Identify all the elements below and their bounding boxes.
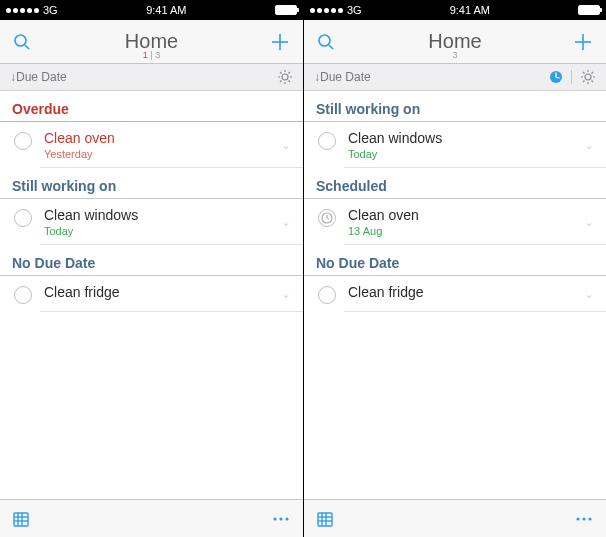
today-filter-button[interactable] xyxy=(580,69,596,85)
status-bar: 3G 9:41 AM xyxy=(0,0,303,20)
svg-point-26 xyxy=(585,74,591,80)
calendar-icon xyxy=(12,510,30,528)
filter-bar: ↓Due Date xyxy=(304,64,606,91)
task-checkbox[interactable] xyxy=(14,209,32,227)
sun-icon xyxy=(580,69,596,85)
task-subtitle: 13 Aug xyxy=(348,225,584,237)
svg-line-32 xyxy=(592,81,594,83)
svg-point-0 xyxy=(15,35,26,46)
task-title: Clean fridge xyxy=(44,284,281,300)
task-title: Clean windows xyxy=(348,130,584,146)
phone-right: 3G 9:41 AM Home 3 ↓Due Date xyxy=(303,0,606,537)
page-subtitle: 1 | 3 xyxy=(0,50,303,60)
task-row[interactable]: Clean windows Today ⌄ xyxy=(304,122,606,168)
task-subtitle: Today xyxy=(44,225,281,237)
task-checkbox[interactable] xyxy=(14,286,32,304)
chevron-down-icon: ⌄ xyxy=(584,215,594,229)
phone-left: 3G 9:41 AM Home 1 | 3 ↓Due Date Overdue xyxy=(0,0,303,537)
svg-line-1 xyxy=(25,45,29,49)
battery-icon xyxy=(578,5,600,15)
task-title: Clean windows xyxy=(44,207,281,223)
section-working: Still working on xyxy=(304,91,606,122)
signal-dots-icon xyxy=(6,8,39,13)
plus-icon xyxy=(269,31,291,53)
svg-point-21 xyxy=(319,35,330,46)
task-row[interactable]: Clean oven Yesterday ⌄ xyxy=(0,122,303,168)
sun-icon xyxy=(277,69,293,85)
add-button[interactable] xyxy=(572,31,594,53)
section-nodate: No Due Date xyxy=(0,245,303,276)
calendar-button[interactable] xyxy=(12,510,30,528)
filter-bar: ↓Due Date xyxy=(0,64,303,91)
svg-line-12 xyxy=(289,72,291,74)
search-icon xyxy=(12,32,32,52)
task-row[interactable]: Clean windows Today ⌄ xyxy=(0,199,303,245)
section-overdue: Overdue xyxy=(0,91,303,122)
task-row[interactable]: Clean fridge ⌄ xyxy=(0,276,303,312)
svg-point-4 xyxy=(282,74,288,80)
status-bar: 3G 9:41 AM xyxy=(304,0,606,20)
nav-bar: Home 3 xyxy=(304,20,606,64)
plus-icon xyxy=(572,31,594,53)
svg-point-43 xyxy=(588,517,591,520)
task-row[interactable]: Clean oven 13 Aug ⌄ xyxy=(304,199,606,245)
section-working: Still working on xyxy=(0,168,303,199)
ellipsis-icon xyxy=(574,515,594,523)
svg-line-34 xyxy=(592,72,594,74)
task-subtitle: Yesterday xyxy=(44,148,281,160)
chevron-down-icon: ⌄ xyxy=(281,215,291,229)
add-button[interactable] xyxy=(269,31,291,53)
task-title: Clean oven xyxy=(348,207,584,223)
toolbar xyxy=(0,499,303,537)
task-list[interactable]: Overdue Clean oven Yesterday ⌄ Still wor… xyxy=(0,91,303,499)
scheduled-filter-button[interactable] xyxy=(549,70,563,84)
more-button[interactable] xyxy=(574,515,594,523)
clock-icon xyxy=(321,212,333,224)
page-subtitle: 3 xyxy=(304,50,606,60)
page-title: Home xyxy=(304,30,606,53)
status-time: 9:41 AM xyxy=(450,4,490,16)
svg-point-42 xyxy=(582,517,585,520)
calendar-button[interactable] xyxy=(316,510,334,528)
nav-bar: Home 1 | 3 xyxy=(0,20,303,64)
task-list[interactable]: Still working on Clean windows Today ⌄ S… xyxy=(304,91,606,499)
svg-line-31 xyxy=(583,72,585,74)
search-button[interactable] xyxy=(316,32,336,52)
task-checkbox[interactable] xyxy=(14,132,32,150)
search-button[interactable] xyxy=(12,32,32,52)
sort-button[interactable]: ↓Due Date xyxy=(10,70,67,84)
divider xyxy=(571,70,572,84)
battery-icon xyxy=(275,5,297,15)
svg-line-22 xyxy=(329,45,333,49)
svg-rect-13 xyxy=(14,513,28,526)
calendar-icon xyxy=(316,510,334,528)
task-row[interactable]: Clean fridge ⌄ xyxy=(304,276,606,312)
task-scheduled-indicator[interactable] xyxy=(318,209,336,227)
carrier-label: 3G xyxy=(347,4,362,16)
svg-line-11 xyxy=(280,81,282,83)
svg-line-9 xyxy=(280,72,282,74)
svg-rect-36 xyxy=(318,513,332,526)
task-checkbox[interactable] xyxy=(318,132,336,150)
carrier-label: 3G xyxy=(43,4,58,16)
ellipsis-icon xyxy=(271,515,291,523)
chevron-down-icon: ⌄ xyxy=(281,287,291,301)
search-icon xyxy=(316,32,336,52)
task-title: Clean fridge xyxy=(348,284,584,300)
svg-point-20 xyxy=(285,517,288,520)
sort-button[interactable]: ↓Due Date xyxy=(314,70,371,84)
toolbar xyxy=(304,499,606,537)
page-title: Home xyxy=(0,30,303,53)
svg-point-18 xyxy=(273,517,276,520)
signal-dots-icon xyxy=(310,8,343,13)
task-subtitle: Today xyxy=(348,148,584,160)
task-checkbox[interactable] xyxy=(318,286,336,304)
chevron-down-icon: ⌄ xyxy=(584,287,594,301)
svg-line-33 xyxy=(583,81,585,83)
status-time: 9:41 AM xyxy=(146,4,186,16)
clock-icon xyxy=(549,70,563,84)
chevron-down-icon: ⌄ xyxy=(281,138,291,152)
today-filter-button[interactable] xyxy=(277,69,293,85)
svg-point-41 xyxy=(576,517,579,520)
more-button[interactable] xyxy=(271,515,291,523)
